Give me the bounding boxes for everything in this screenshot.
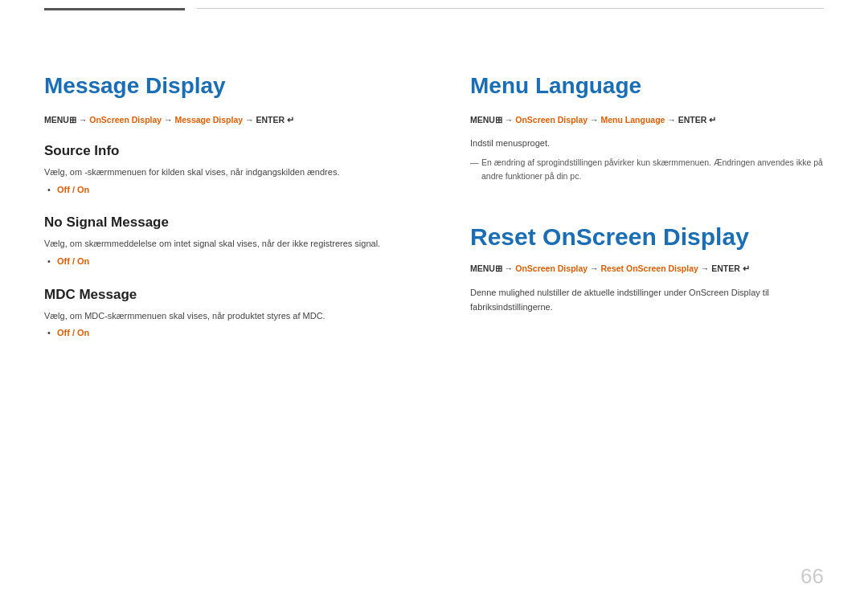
path-enter-2: ENTER xyxy=(678,115,707,125)
top-line-left xyxy=(44,8,185,10)
menu-prefix-2: MENU xyxy=(470,115,495,125)
arrow-1c: → xyxy=(245,115,256,125)
enter-icon-1: ↵ xyxy=(287,115,294,125)
message-display-title: Message Display xyxy=(44,72,406,100)
enter-icon-3: ↵ xyxy=(743,264,750,273)
reset-onscreen-description: Denne mulighed nulstiller de aktuelle in… xyxy=(470,286,824,314)
path-menu-language: Menu Language xyxy=(600,115,665,125)
mdc-message-section: MDC Message Vælg, om MDC-skærmmenuen ska… xyxy=(44,287,406,341)
menu-icon-2: ⊞ xyxy=(495,115,502,125)
path-reset-onscreen: Reset OnScreen Display xyxy=(600,264,698,273)
menu-prefix-1: MENU xyxy=(44,115,69,125)
source-info-title: Source Info xyxy=(44,143,406,159)
arrow-1a: → xyxy=(79,115,89,125)
no-signal-title: No Signal Message xyxy=(44,215,406,231)
source-info-bullet: Off / On xyxy=(44,183,406,198)
no-signal-section: No Signal Message Vælg, om skærmmeddelel… xyxy=(44,215,406,268)
arrow-2a: → xyxy=(505,115,515,125)
menu-language-section: Menu Language MENU⊞ → OnScreen Display →… xyxy=(470,72,824,182)
path-enter-3: ENTER xyxy=(711,264,740,273)
menu-language-description: Indstil menusproget. xyxy=(470,137,824,151)
mdc-message-bullet: Off / On xyxy=(44,326,406,341)
no-signal-off-on: Off / On xyxy=(57,256,89,266)
arrow-1b: → xyxy=(164,115,174,125)
menu-icon-1: ⊞ xyxy=(69,115,76,125)
message-display-menu-path: MENU⊞ → OnScreen Display → Message Displ… xyxy=(44,114,406,126)
path-onscreen-1: OnScreen Display xyxy=(89,115,162,125)
reset-onscreen-menu-path: MENU⊞ → OnScreen Display → Reset OnScree… xyxy=(470,263,824,275)
page-number: 66 xyxy=(800,564,824,589)
mdc-message-off-on: Off / On xyxy=(57,328,89,337)
mdc-message-title: MDC Message xyxy=(44,287,406,303)
menu-language-title: Menu Language xyxy=(470,72,824,100)
left-column: Message Display MENU⊞ → OnScreen Display… xyxy=(44,72,438,341)
columns-wrapper: Message Display MENU⊞ → OnScreen Display… xyxy=(44,72,824,341)
source-info-section: Source Info Vælg, om -skærmmenuen for ki… xyxy=(44,143,406,197)
reset-onscreen-section: Reset OnScreen Display MENU⊞ → OnScreen … xyxy=(470,223,824,314)
path-onscreen-2: OnScreen Display xyxy=(515,115,588,125)
menu-icon-3: ⊞ xyxy=(495,264,502,273)
arrow-3a: → xyxy=(505,264,515,273)
no-signal-bullet: Off / On xyxy=(44,255,406,269)
reset-onscreen-title: Reset OnScreen Display xyxy=(470,223,824,251)
path-onscreen-3: OnScreen Display xyxy=(515,264,588,273)
no-signal-body: Vælg, om skærmmeddelelse om intet signal… xyxy=(44,237,406,251)
menu-language-note: En ændring af sprogindstillingen påvirke… xyxy=(470,156,824,183)
mdc-message-body: Vælg, om MDC-skærmmenuen skal vises, når… xyxy=(44,309,406,324)
reset-desc-highlight: OnScreen Display xyxy=(689,288,760,297)
page-container: Message Display MENU⊞ → OnScreen Display… xyxy=(0,0,868,613)
enter-icon-2: ↵ xyxy=(709,115,716,125)
right-column: Menu Language MENU⊞ → OnScreen Display →… xyxy=(438,72,824,341)
source-info-body: Vælg, om -skærmmenuen for kilden skal vi… xyxy=(44,166,406,180)
arrow-3b: → xyxy=(590,264,600,273)
arrow-2b: → xyxy=(590,115,600,125)
source-info-off-on: Off / On xyxy=(57,185,89,194)
reset-desc-start: Denne mulighed nulstiller de aktuelle in… xyxy=(470,288,689,297)
top-line-right xyxy=(197,8,824,9)
path-enter-1: ENTER xyxy=(256,115,285,125)
menu-prefix-3: MENU xyxy=(470,264,495,273)
path-message-display: Message Display xyxy=(174,115,243,125)
arrow-3c: → xyxy=(701,264,711,273)
menu-language-menu-path: MENU⊞ → OnScreen Display → Menu Language… xyxy=(470,114,824,126)
arrow-2c: → xyxy=(667,115,678,125)
